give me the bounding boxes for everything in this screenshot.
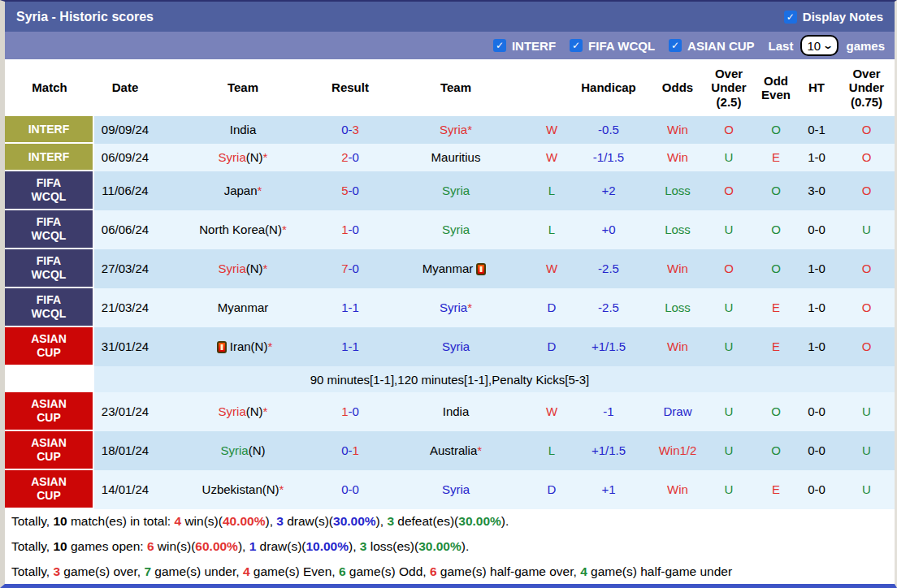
text-segment: U bbox=[725, 223, 734, 237]
over-under-25-cell: O bbox=[700, 116, 757, 144]
text-segment: * bbox=[263, 405, 268, 419]
text-segment: * bbox=[477, 444, 482, 458]
odds-cell: Win bbox=[655, 249, 700, 288]
result-cell: 5-0 bbox=[330, 171, 370, 210]
table-row: INTERF06/09/24Syria(N)*2-0MauritiusW-1/1… bbox=[5, 144, 895, 171]
text-segment: Japan bbox=[224, 184, 258, 198]
text-segment: Loss bbox=[665, 223, 691, 237]
text-segment: India bbox=[230, 123, 257, 137]
interf-checkbox[interactable] bbox=[493, 39, 506, 52]
title-bar: Syria - Historic scores Display Notes bbox=[5, 2, 895, 32]
over-under-25-cell: U bbox=[700, 144, 757, 171]
match-table-body: INTERF09/09/24India0-3Syria*W-0.5WinOO0-… bbox=[5, 116, 895, 509]
text-segment: win(s)( bbox=[154, 539, 196, 554]
match-competition-badge: FIFA WCQL bbox=[5, 210, 94, 249]
wdl-cell: W bbox=[541, 249, 562, 288]
odd-even-cell: E bbox=[757, 327, 795, 366]
result-cell: 1-1 bbox=[330, 288, 370, 327]
summary-line-3: Totally, 3 game(s) over, 7 game(s) under… bbox=[5, 559, 895, 584]
wdl-cell: D bbox=[541, 288, 562, 327]
team2-cell: Syria bbox=[370, 470, 541, 509]
text-segment: Syria bbox=[219, 151, 246, 165]
text-segment: defeat(es)( bbox=[394, 514, 458, 529]
text-segment: 40.00% bbox=[223, 514, 266, 529]
text-segment: U bbox=[725, 405, 734, 419]
display-notes-checkbox[interactable] bbox=[784, 11, 797, 24]
filter-asian-cup: ASIAN CUP bbox=[669, 39, 755, 53]
text-segment: U bbox=[725, 483, 734, 497]
handicap-cell: -1/1.5 bbox=[562, 144, 655, 171]
team1-cell: Syria(N)* bbox=[156, 392, 330, 431]
fifa-wcql-checkbox[interactable] bbox=[570, 39, 583, 52]
chevron-down-icon: ⌄ bbox=[822, 40, 834, 51]
date-cell: 14/01/24 bbox=[94, 470, 156, 509]
match-cell: INTERF bbox=[5, 116, 94, 144]
team1-cell: Syria(N) bbox=[156, 431, 330, 470]
text-segment: * bbox=[280, 483, 284, 497]
odds-cell: Win bbox=[655, 116, 700, 144]
text-segment: -0 bbox=[349, 405, 359, 419]
match-competition-badge: ASIAN CUP bbox=[5, 470, 94, 509]
text-segment: 0-0 bbox=[341, 483, 359, 497]
text-segment: U bbox=[862, 223, 871, 237]
text-segment: Syria bbox=[220, 444, 248, 458]
text-segment: ). bbox=[462, 539, 469, 554]
date-cell: 31/01/24 bbox=[94, 327, 156, 366]
over-under-25-cell: O bbox=[700, 249, 757, 288]
text-segment: D bbox=[548, 301, 557, 315]
text-segment: D bbox=[548, 340, 557, 354]
text-segment: Myanmar bbox=[218, 301, 269, 315]
odds-cell: Loss bbox=[655, 171, 700, 210]
ht-cell: 1-0 bbox=[795, 144, 838, 171]
text-segment: * bbox=[263, 151, 268, 165]
odds-cell: Loss bbox=[655, 288, 700, 327]
over-under-25-cell: U bbox=[700, 470, 757, 509]
text-segment: 0- bbox=[341, 123, 352, 137]
over-under-075-cell: O bbox=[838, 171, 895, 210]
text-segment: (N) bbox=[246, 262, 263, 276]
team1-cell: North Korea(N)* bbox=[156, 210, 330, 249]
table-header-row: MatchDateTeamResultTeamHandicapOddsOver … bbox=[5, 59, 895, 116]
ht-cell: 3-0 bbox=[795, 171, 838, 210]
date-cell: 21/03/24 bbox=[94, 288, 156, 327]
odd-even-cell: O bbox=[757, 116, 795, 144]
text-segment: O bbox=[771, 223, 781, 237]
match-competition-badge: INTERF bbox=[5, 116, 94, 144]
date-cell: 18/01/24 bbox=[94, 431, 156, 470]
text-segment: Win bbox=[667, 262, 688, 276]
handicap-cell: -1 bbox=[562, 392, 655, 431]
table-row: FIFA WCQL27/03/24Syria(N)*7-0MyanmarW-2.… bbox=[5, 249, 895, 288]
text-segment: O bbox=[862, 262, 872, 276]
text-segment: 4 bbox=[580, 564, 587, 579]
odd-even-cell: E bbox=[757, 470, 795, 509]
match-competition-badge: ASIAN CUP bbox=[5, 327, 94, 366]
text-segment: 2 bbox=[341, 151, 348, 165]
filter-fifa-wcql: FIFA WCQL bbox=[570, 39, 655, 53]
filter-bar: INTERF FIFA WCQL ASIAN CUP Last 10 ⌄ gam… bbox=[5, 32, 895, 59]
text-segment: O bbox=[771, 123, 781, 137]
table-row: ASIAN CUP31/01/24Iran(N)*1-1SyriaD+1/1.5… bbox=[5, 327, 895, 366]
header-ht: HT bbox=[795, 80, 838, 94]
odd-even-cell: O bbox=[757, 392, 795, 431]
asian-cup-checkbox[interactable] bbox=[669, 39, 682, 52]
odd-even-cell: O bbox=[757, 171, 795, 210]
handicap-cell: -2.5 bbox=[562, 249, 655, 288]
text-segment: ), bbox=[376, 514, 388, 529]
text-segment: 6 bbox=[339, 564, 346, 579]
wdl-cell: W bbox=[541, 392, 562, 431]
text-segment: ), bbox=[349, 539, 360, 554]
result-cell: 1-0 bbox=[330, 392, 370, 431]
text-segment: Myanmar bbox=[422, 262, 474, 276]
wdl-cell: L bbox=[541, 171, 562, 210]
last-games-select[interactable]: 10 bbox=[807, 39, 821, 53]
result-cell: 7-0 bbox=[330, 249, 370, 288]
text-segment: 1 bbox=[249, 539, 257, 554]
over-under-25-cell: O bbox=[700, 171, 757, 210]
text-segment: O bbox=[724, 123, 734, 137]
match-competition-badge: ASIAN CUP bbox=[5, 392, 94, 431]
text-segment: 60.00% bbox=[195, 539, 238, 554]
text-segment: ). bbox=[501, 514, 509, 529]
text-segment: Syria bbox=[219, 262, 246, 276]
text-segment: W bbox=[546, 262, 557, 276]
text-segment: Syria bbox=[442, 184, 470, 198]
